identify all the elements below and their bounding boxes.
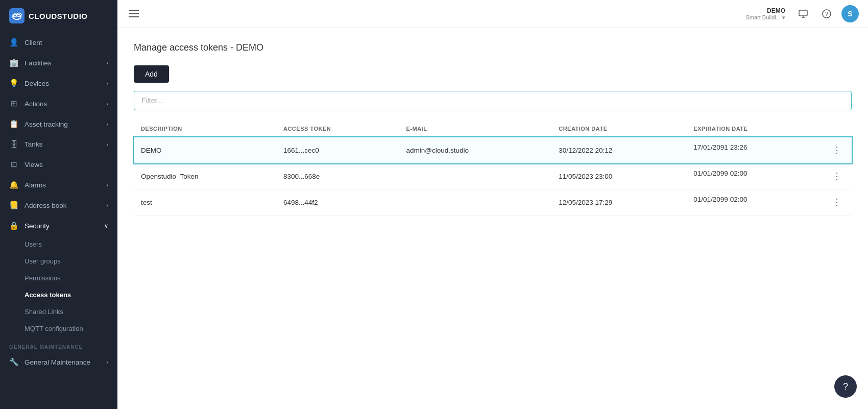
sidebar-item-views[interactable]: ⊡ Views (0, 154, 117, 175)
chevron-right-icon: › (106, 101, 108, 107)
row-menu-button[interactable]: ⋮ (829, 143, 845, 157)
actions-icon: ⊞ (9, 99, 18, 108)
col-creation-date: CREATION DATE (551, 121, 686, 137)
chevron-right-icon: › (106, 359, 108, 365)
sidebar-item-label: Facilities (25, 59, 52, 67)
security-icon: 🔒 (9, 221, 18, 230)
chevron-down-icon: ∨ (104, 223, 108, 229)
help-fab-button[interactable]: ? (834, 375, 857, 398)
devices-icon: 💡 (9, 79, 18, 88)
sidebar-item-devices[interactable]: 💡 Devices › (0, 73, 117, 93)
sidebar-item-label: Address book (25, 202, 67, 209)
sidebar-item-facilities[interactable]: 🏢 Facilities › (0, 53, 117, 73)
svg-rect-3 (799, 10, 807, 16)
topbar-demo-title: DEMO (767, 7, 785, 14)
chevron-right-icon: › (106, 182, 108, 188)
monitor-icon[interactable] (794, 5, 812, 22)
table-row[interactable]: test6498...44f212/05/2023 17:2901/01/209… (134, 189, 852, 215)
main-area: DEMO Smart Buildi... ▾ ? S Manage access… (117, 0, 868, 409)
topbar-workspace: DEMO Smart Buildi... ▾ (745, 7, 785, 21)
facilities-icon: 🏢 (9, 58, 18, 67)
table-row[interactable]: Openstudio_Token8300...668e11/05/2023 23… (134, 163, 852, 189)
sidebar-subitem-mqtt-configuration[interactable]: MQTT configuration (0, 320, 117, 337)
access-tokens-table: DESCRIPTION ACCESS TOKEN E-MAIL CREATION… (134, 121, 852, 215)
sidebar-subitem-access-tokens[interactable]: Access tokens (0, 286, 117, 303)
table-row[interactable]: DEMO1661...cec0admin@cloud.studio30/12/2… (134, 137, 852, 163)
sidebar-item-asset-tracking[interactable]: 📋 Asset tracking › (0, 114, 117, 134)
sidebar-item-address-book[interactable]: 📒 Address book › (0, 195, 117, 215)
maintenance-icon: 🔧 (9, 357, 18, 367)
logo-icon (9, 8, 25, 23)
sidebar-subitem-users[interactable]: Users (0, 236, 117, 253)
sidebar-item-security[interactable]: 🔒 Security ∨ (0, 215, 117, 236)
logo: CLOUDSTUDIO (0, 0, 117, 32)
chevron-right-icon: › (106, 121, 108, 127)
sidebar-item-tanks[interactable]: 🗄 Tanks › (0, 134, 117, 154)
col-description: DESCRIPTION (134, 121, 276, 137)
topbar: DEMO Smart Buildi... ▾ ? S (117, 0, 868, 28)
alarms-icon: 🔔 (9, 180, 18, 189)
logo-text: CLOUDSTUDIO (29, 12, 88, 20)
sidebar-item-label: General Maintenance (25, 358, 90, 366)
content-area: Manage access tokens - DEMO Add DESCRIPT… (117, 28, 868, 409)
sidebar-item-label: Alarms (25, 181, 46, 189)
sidebar-subitem-permissions[interactable]: Permissions (0, 270, 117, 286)
page-title: Manage access tokens - DEMO (134, 42, 852, 53)
chevron-right-icon: › (106, 202, 108, 208)
sidebar-item-label: Tanks (25, 140, 42, 148)
sidebar-item-label: Actions (25, 100, 47, 108)
user-avatar[interactable]: S (841, 5, 859, 22)
sidebar-item-actions[interactable]: ⊞ Actions › (0, 93, 117, 114)
sidebar-item-label: Views (25, 161, 43, 169)
help-topbar-icon[interactable]: ? (818, 5, 835, 22)
tanks-icon: 🗄 (9, 140, 18, 149)
sidebar-item-general-maintenance[interactable]: 🔧 General Maintenance › (0, 352, 117, 372)
row-menu-button[interactable]: ⋮ (829, 196, 845, 209)
add-button[interactable]: Add (134, 65, 169, 83)
sidebar-item-label: Asset tracking (25, 121, 68, 128)
sidebar-item-label: Devices (25, 80, 49, 87)
sidebar: CLOUDSTUDIO 👤 Client 🏢 Facilities › 💡 De… (0, 0, 117, 409)
hamburger-menu[interactable] (127, 8, 141, 19)
svg-text:?: ? (825, 11, 828, 17)
client-icon: 👤 (9, 38, 18, 47)
chevron-right-icon: › (106, 60, 108, 66)
address-book-icon: 📒 (9, 201, 18, 210)
sidebar-subitem-shared-links[interactable]: Shared Links (0, 303, 117, 320)
views-icon: ⊡ (9, 160, 18, 169)
col-expiration-date: EXPIRATION DATE (686, 121, 852, 137)
col-access-token: ACCESS TOKEN (276, 121, 399, 137)
filter-input[interactable] (134, 91, 852, 110)
sidebar-item-alarms[interactable]: 🔔 Alarms › (0, 175, 117, 195)
col-email: E-MAIL (399, 121, 551, 137)
chevron-right-icon: › (106, 80, 108, 86)
sidebar-item-client[interactable]: 👤 Client (0, 32, 117, 53)
general-maintenance-label: GENERAL MAINTENANCE (0, 337, 117, 352)
table-header-row: DESCRIPTION ACCESS TOKEN E-MAIL CREATION… (134, 121, 852, 137)
topbar-demo-subtitle: Smart Buildi... ▾ (745, 14, 785, 21)
sidebar-subitem-user-groups[interactable]: User groups (0, 253, 117, 270)
row-menu-button[interactable]: ⋮ (829, 170, 845, 183)
asset-tracking-icon: 📋 (9, 119, 18, 129)
sidebar-item-label: Security (25, 222, 50, 230)
chevron-right-icon: › (106, 141, 108, 148)
sidebar-item-label: Client (25, 39, 42, 46)
